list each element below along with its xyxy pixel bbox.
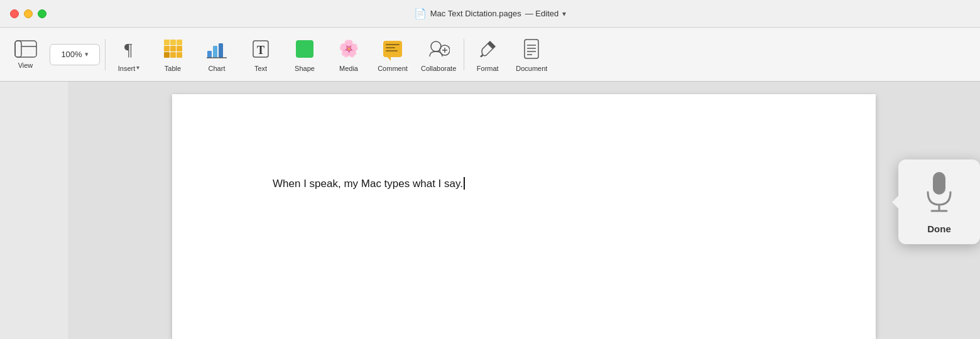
page-content[interactable]: When I speak, my Mac types what I say.	[172, 94, 876, 274]
chart-button[interactable]: Chart	[195, 32, 239, 77]
svg-rect-4	[207, 51, 212, 58]
title-bar: 📄 Mac Text Dictation.pages — Edited ▾	[0, 0, 980, 28]
table-button[interactable]: Table	[151, 32, 195, 77]
text-button[interactable]: T Text	[239, 32, 283, 77]
text-label: Text	[254, 65, 267, 72]
document-button[interactable]: Document	[509, 32, 553, 77]
minimize-button[interactable]	[24, 9, 33, 18]
collaborate-icon	[427, 37, 450, 61]
svg-rect-1	[15, 41, 21, 57]
title-edited: — Edited	[525, 9, 558, 18]
view-icon	[14, 40, 37, 58]
title-filename: Mac Text Dictation.pages	[430, 9, 521, 18]
toolbar: View 100% ▾ ¶ Insert ▾	[0, 28, 980, 82]
title-dropdown-arrow[interactable]: ▾	[562, 9, 566, 18]
left-sidebar	[0, 82, 68, 339]
svg-rect-5	[213, 46, 217, 58]
document-icon	[520, 37, 543, 61]
table-label: Table	[165, 65, 181, 72]
insert-arrow: ▾	[136, 64, 139, 71]
maximize-button[interactable]	[38, 9, 46, 18]
shape-button[interactable]: Shape	[283, 32, 327, 77]
document-area: When I speak, my Mac types what I say.	[68, 82, 980, 339]
separator-2	[464, 39, 464, 70]
done-button[interactable]: Done	[906, 221, 972, 237]
collaborate-button[interactable]: Collaborate	[415, 32, 462, 77]
comment-label: Comment	[378, 65, 408, 72]
shape-icon	[293, 37, 317, 61]
svg-rect-14	[525, 40, 538, 58]
zoom-button[interactable]: 100% ▾	[50, 44, 100, 65]
document-text: When I speak, my Mac types what I say.	[273, 178, 463, 190]
svg-rect-19	[933, 172, 945, 195]
chart-label: Chart	[209, 65, 226, 72]
main-area: When I speak, my Mac types what I say. D…	[0, 82, 980, 339]
window-title: 📄 Mac Text Dictation.pages — Edited ▾	[414, 8, 566, 19]
zoom-value: 100%	[61, 50, 82, 59]
text-cursor	[464, 177, 465, 190]
comment-button[interactable]: Comment	[371, 32, 415, 77]
format-label: Format	[477, 65, 499, 72]
microphone-icon	[917, 170, 962, 215]
insert-icon: ¶	[117, 37, 141, 61]
page[interactable]: When I speak, my Mac types what I say.	[172, 94, 876, 339]
zoom-chevron: ▾	[85, 50, 89, 58]
pages-icon: 📄	[414, 8, 427, 19]
view-label: View	[18, 62, 33, 69]
collaborate-label: Collaborate	[421, 65, 456, 72]
insert-label: Insert	[118, 65, 136, 72]
format-icon	[476, 37, 499, 61]
shape-label: Shape	[295, 65, 315, 72]
comment-icon	[381, 37, 405, 61]
document-label: Document	[516, 65, 547, 72]
view-button[interactable]: View	[5, 32, 46, 77]
dictation-popup: Done	[898, 159, 980, 244]
media-label: Media	[339, 65, 358, 72]
close-button[interactable]	[10, 9, 19, 18]
svg-rect-6	[219, 43, 223, 58]
svg-rect-0	[15, 41, 36, 57]
media-button[interactable]: 🌸 Media	[327, 32, 371, 77]
window-controls	[10, 9, 46, 18]
svg-text:T: T	[257, 44, 264, 56]
chart-icon	[205, 37, 229, 61]
table-icon	[161, 37, 185, 61]
media-icon: 🌸	[337, 37, 361, 61]
insert-button[interactable]: ¶ Insert ▾	[107, 32, 151, 77]
svg-text:¶: ¶	[124, 40, 133, 59]
format-button[interactable]: Format	[466, 32, 509, 77]
text-icon: T	[249, 37, 273, 61]
separator-1	[105, 39, 106, 70]
